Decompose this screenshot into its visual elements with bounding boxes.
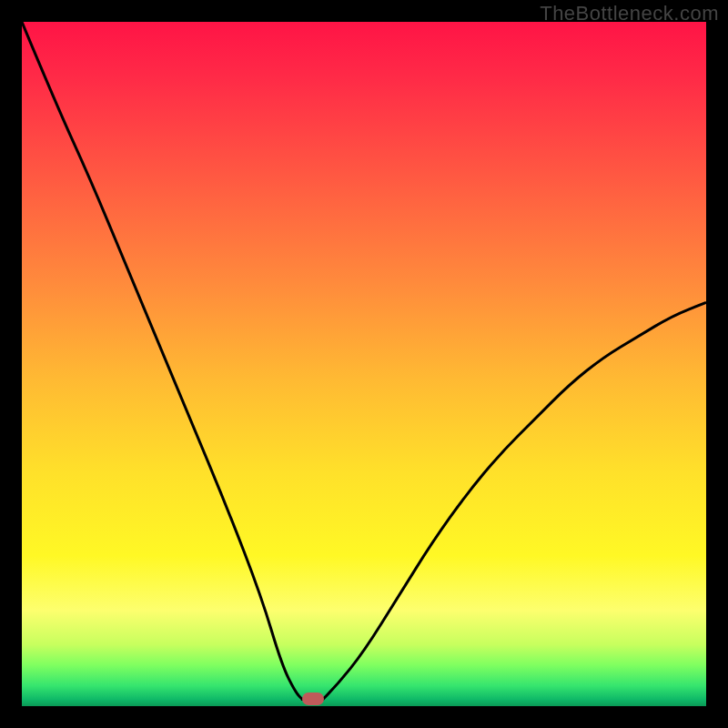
minimum-marker [302,693,324,705]
curve-svg [22,22,706,706]
watermark-label: TheBottleneck.com [540,2,719,25]
plot-area [22,22,706,706]
curve-layer [22,22,706,706]
chart-frame: TheBottleneck.com [0,0,728,728]
bottleneck-curve [22,22,706,699]
